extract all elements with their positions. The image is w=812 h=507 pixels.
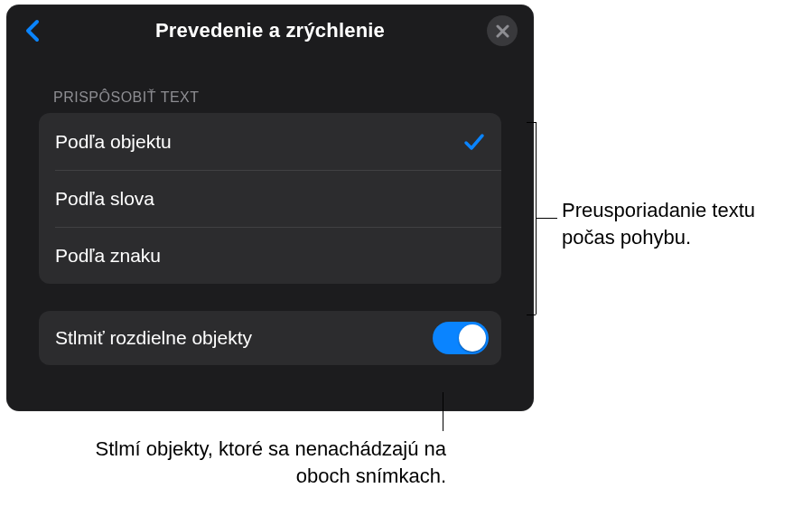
callout-text-reorder: Preusporiadanie textu počas pohybu.	[562, 197, 806, 250]
option-label: Podľa znaku	[55, 245, 161, 267]
callout-leader	[527, 122, 536, 123]
callout-leader	[527, 315, 536, 315]
callout-leader	[536, 218, 557, 219]
fade-toggle-group: Stlmiť rozdielne objekty	[39, 311, 501, 365]
option-by-character[interactable]: Podľa znaku	[39, 227, 501, 284]
back-button[interactable]	[19, 17, 46, 44]
panel-header: Prevedenie a zrýchlenie	[6, 5, 534, 57]
switch-knob	[459, 324, 486, 352]
option-label: Podľa objektu	[55, 131, 172, 153]
settings-panel: Prevedenie a zrýchlenie Prispôsobiť text…	[6, 5, 534, 411]
close-icon	[496, 24, 509, 38]
callout-leader	[443, 392, 443, 431]
close-button[interactable]	[487, 15, 518, 46]
chevron-left-icon	[24, 19, 41, 42]
option-label: Podľa slova	[55, 188, 154, 210]
fade-toggle-row: Stlmiť rozdielne objekty	[39, 311, 501, 365]
section-header: Prispôsobiť text	[53, 89, 534, 106]
panel-title: Prevedenie a zrýchlenie	[155, 19, 385, 42]
option-by-object[interactable]: Podľa objektu	[39, 113, 501, 170]
callout-fade-description: Stlmí objekty, ktoré sa nenachádzajú na …	[58, 436, 446, 489]
option-by-word[interactable]: Podľa slova	[39, 170, 501, 227]
toggle-label: Stlmiť rozdielne objekty	[55, 327, 252, 349]
text-fit-options: Podľa objektu Podľa slova Podľa znaku	[39, 113, 501, 284]
checkmark-icon	[463, 131, 485, 153]
fade-toggle-switch[interactable]	[433, 322, 489, 354]
